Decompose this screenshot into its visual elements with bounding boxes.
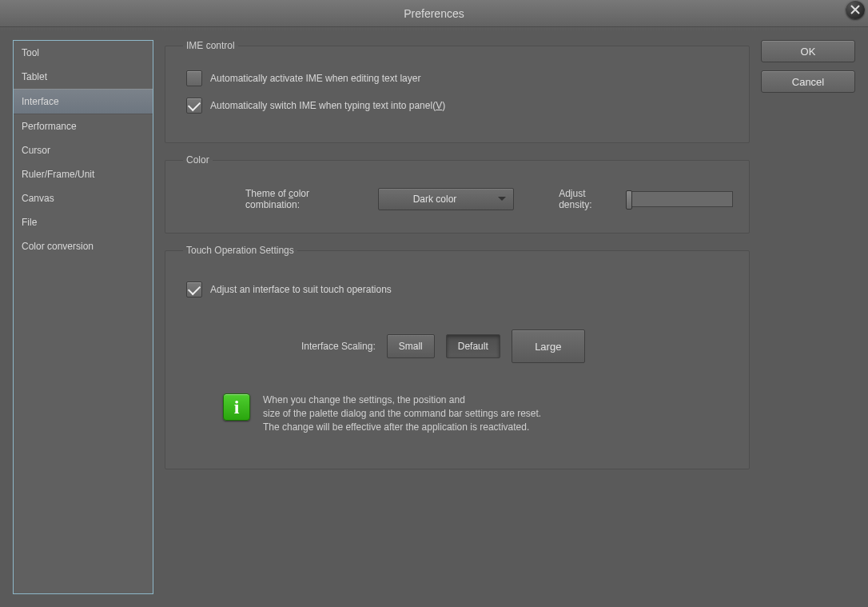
main-panel: IME control Automatically activate IME w…	[165, 40, 750, 594]
touch-adjust-checkbox[interactable]	[186, 282, 202, 298]
ime-auto-activate-checkbox[interactable]	[186, 70, 202, 86]
color-group: Color Theme of color combination: Dark c…	[165, 154, 750, 234]
sidebar-item-label: Tablet	[22, 71, 47, 82]
info-line: The change will be effective after the a…	[263, 421, 541, 434]
ime-auto-activate-label: Automatically activate IME when editing …	[210, 73, 420, 84]
ime-auto-switch-label: Automatically switch IME when typing tex…	[210, 100, 445, 111]
scaling-small-label: Small	[399, 341, 423, 352]
sidebar-item-canvas[interactable]: Canvas	[14, 186, 153, 210]
info-icon: i	[223, 393, 250, 421]
interface-scaling-label: Interface Scaling:	[301, 341, 376, 352]
color-legend: Color	[183, 154, 213, 166]
touch-adjust-label: Adjust an interface to suit touch operat…	[210, 284, 392, 295]
sidebar-item-performance[interactable]: Performance	[14, 114, 153, 138]
sidebar-item-interface[interactable]: Interface	[14, 89, 153, 114]
ime-auto-switch-checkbox[interactable]	[186, 98, 202, 114]
info-line: When you change the settings, the positi…	[263, 393, 541, 407]
theme-dropdown[interactable]: Dark color	[378, 188, 514, 210]
theme-dropdown-value: Dark color	[379, 194, 491, 205]
info-text: When you change the settings, the positi…	[263, 393, 541, 433]
touch-settings-group: Touch Operation Settings Adjust an inter…	[165, 245, 750, 469]
theme-label: Theme of color combination:	[245, 188, 365, 210]
ime-control-group: IME control Automatically activate IME w…	[165, 40, 750, 143]
touch-legend: Touch Operation Settings	[183, 245, 297, 256]
category-sidebar: Tool Tablet Interface Performance Cursor…	[13, 40, 153, 594]
dialog-buttons: OK Cancel	[761, 40, 855, 594]
sidebar-item-label: Canvas	[22, 193, 54, 204]
density-slider[interactable]	[630, 191, 733, 207]
sidebar-item-label: File	[22, 217, 37, 228]
scaling-default-label: Default	[458, 341, 488, 352]
window-title: Preferences	[404, 7, 464, 20]
ok-button[interactable]: OK	[761, 40, 855, 62]
cancel-label: Cancel	[792, 76, 824, 88]
sidebar-item-label: Cursor	[22, 145, 50, 156]
ok-label: OK	[801, 46, 816, 58]
scaling-default-button[interactable]: Default	[446, 334, 500, 358]
info-line: size of the palette dialog and the comma…	[263, 407, 541, 421]
cancel-button[interactable]: Cancel	[761, 70, 855, 93]
sidebar-item-label: Tool	[22, 47, 39, 58]
density-label: Adjust density:	[559, 188, 620, 210]
sidebar-item-file[interactable]: File	[14, 210, 153, 234]
slider-handle[interactable]	[626, 190, 632, 210]
sidebar-item-cursor[interactable]: Cursor	[14, 138, 153, 162]
close-button[interactable]	[846, 0, 865, 19]
ime-legend: IME control	[183, 40, 238, 51]
titlebar: Preferences	[0, 0, 868, 27]
scaling-large-label: Large	[535, 341, 561, 353]
sidebar-item-tool[interactable]: Tool	[14, 41, 153, 65]
sidebar-item-label: Interface	[22, 96, 59, 107]
scaling-small-button[interactable]: Small	[387, 334, 435, 358]
scaling-large-button[interactable]: Large	[512, 329, 585, 363]
sidebar-item-label: Performance	[22, 121, 77, 132]
close-icon	[850, 5, 860, 14]
sidebar-item-color-conversion[interactable]: Color conversion	[14, 234, 153, 258]
sidebar-item-label: Color conversion	[22, 241, 94, 252]
chevron-down-icon	[491, 196, 513, 202]
sidebar-item-ruler-frame-unit[interactable]: Ruler/Frame/Unit	[14, 162, 153, 186]
sidebar-item-tablet[interactable]: Tablet	[14, 65, 153, 89]
sidebar-item-label: Ruler/Frame/Unit	[22, 169, 94, 180]
